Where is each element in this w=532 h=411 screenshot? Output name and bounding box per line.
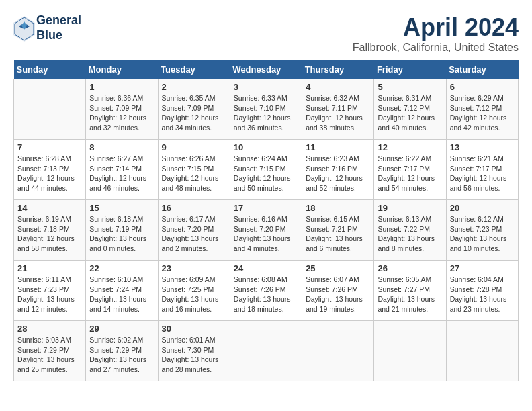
header-friday: Friday <box>374 60 446 79</box>
day-number: 22 <box>89 263 154 273</box>
day-info: Sunrise: 6:10 AMSunset: 7:24 PMDaylight:… <box>89 275 154 314</box>
header-sunday: Sunday <box>14 60 86 79</box>
day-info: Sunrise: 6:31 AMSunset: 7:12 PMDaylight:… <box>378 93 442 133</box>
day-number: 27 <box>450 263 515 273</box>
day-info: Sunrise: 6:23 AMSunset: 7:16 PMDaylight:… <box>306 154 370 193</box>
calendar-cell: 5Sunrise: 6:31 AMSunset: 7:12 PMDaylight… <box>374 79 446 140</box>
day-number: 4 <box>306 82 370 92</box>
day-number: 14 <box>17 203 82 213</box>
calendar-cell: 24Sunrise: 6:08 AMSunset: 7:26 PMDayligh… <box>230 261 302 321</box>
day-info: Sunrise: 6:33 AMSunset: 7:10 PMDaylight:… <box>234 93 298 133</box>
calendar-cell: 23Sunrise: 6:09 AMSunset: 7:25 PMDayligh… <box>158 261 230 321</box>
main-title: April 2024 <box>353 13 519 42</box>
calendar-cell: 7Sunrise: 6:28 AMSunset: 7:13 PMDaylight… <box>14 140 86 200</box>
calendar-cell: 20Sunrise: 6:12 AMSunset: 7:23 PMDayligh… <box>446 200 518 261</box>
day-info: Sunrise: 6:26 AMSunset: 7:15 PMDaylight:… <box>162 154 226 193</box>
day-number: 19 <box>378 203 442 213</box>
logo-line1: General <box>36 13 81 28</box>
calendar-cell: 15Sunrise: 6:18 AMSunset: 7:19 PMDayligh… <box>86 200 158 261</box>
day-info: Sunrise: 6:32 AMSunset: 7:11 PMDaylight:… <box>306 93 370 133</box>
day-info: Sunrise: 6:11 AMSunset: 7:23 PMDaylight:… <box>17 275 82 314</box>
calendar-cell: 13Sunrise: 6:21 AMSunset: 7:17 PMDayligh… <box>446 140 518 200</box>
day-number: 25 <box>306 263 370 273</box>
calendar-week-1: 1Sunrise: 6:36 AMSunset: 7:09 PMDaylight… <box>14 79 519 140</box>
calendar-cell <box>302 321 374 381</box>
calendar-cell <box>230 321 302 381</box>
day-number: 7 <box>17 142 82 152</box>
day-info: Sunrise: 6:12 AMSunset: 7:23 PMDaylight:… <box>450 214 515 254</box>
day-number: 15 <box>89 203 154 213</box>
calendar-cell: 10Sunrise: 6:24 AMSunset: 7:15 PMDayligh… <box>230 140 302 200</box>
calendar-cell <box>14 79 86 140</box>
calendar-cell: 9Sunrise: 6:26 AMSunset: 7:15 PMDaylight… <box>158 140 230 200</box>
calendar-cell: 14Sunrise: 6:19 AMSunset: 7:18 PMDayligh… <box>14 200 86 261</box>
day-info: Sunrise: 6:36 AMSunset: 7:09 PMDaylight:… <box>89 93 154 133</box>
day-info: Sunrise: 6:27 AMSunset: 7:14 PMDaylight:… <box>89 154 154 193</box>
calendar-body: 1Sunrise: 6:36 AMSunset: 7:09 PMDaylight… <box>14 79 519 381</box>
day-number: 5 <box>378 82 442 92</box>
day-number: 1 <box>89 82 154 92</box>
day-info: Sunrise: 6:21 AMSunset: 7:17 PMDaylight:… <box>450 154 515 193</box>
day-info: Sunrise: 6:24 AMSunset: 7:15 PMDaylight:… <box>234 154 298 193</box>
day-info: Sunrise: 6:04 AMSunset: 7:28 PMDaylight:… <box>450 275 515 314</box>
day-number: 16 <box>162 203 226 213</box>
day-info: Sunrise: 6:05 AMSunset: 7:27 PMDaylight:… <box>378 275 442 314</box>
day-info: Sunrise: 6:03 AMSunset: 7:29 PMDaylight:… <box>17 335 82 375</box>
calendar-cell <box>374 321 446 381</box>
calendar-cell: 6Sunrise: 6:29 AMSunset: 7:12 PMDaylight… <box>446 79 518 140</box>
day-number: 12 <box>378 142 442 152</box>
day-number: 23 <box>162 263 226 273</box>
calendar-week-5: 28Sunrise: 6:03 AMSunset: 7:29 PMDayligh… <box>14 321 519 381</box>
header-saturday: Saturday <box>446 60 518 79</box>
calendar-header-row: SundayMondayTuesdayWednesdayThursdayFrid… <box>14 60 519 79</box>
day-info: Sunrise: 6:09 AMSunset: 7:25 PMDaylight:… <box>162 275 226 314</box>
logo-line2: Blue <box>36 28 81 43</box>
day-number: 13 <box>450 142 515 152</box>
day-number: 30 <box>162 324 226 334</box>
day-number: 29 <box>89 324 154 334</box>
page-header: General Blue April 2024 Fallbrook, Calif… <box>13 13 519 54</box>
day-number: 10 <box>234 142 298 152</box>
calendar-cell: 4Sunrise: 6:32 AMSunset: 7:11 PMDaylight… <box>302 79 374 140</box>
day-number: 2 <box>162 82 226 92</box>
calendar-cell: 22Sunrise: 6:10 AMSunset: 7:24 PMDayligh… <box>86 261 158 321</box>
day-number: 20 <box>450 203 515 213</box>
calendar-cell: 26Sunrise: 6:05 AMSunset: 7:27 PMDayligh… <box>374 261 446 321</box>
day-info: Sunrise: 6:17 AMSunset: 7:20 PMDaylight:… <box>162 214 226 254</box>
calendar-cell: 25Sunrise: 6:07 AMSunset: 7:26 PMDayligh… <box>302 261 374 321</box>
day-info: Sunrise: 6:02 AMSunset: 7:29 PMDaylight:… <box>89 335 154 375</box>
day-number: 26 <box>378 263 442 273</box>
day-info: Sunrise: 6:35 AMSunset: 7:09 PMDaylight:… <box>162 93 226 133</box>
day-info: Sunrise: 6:22 AMSunset: 7:17 PMDaylight:… <box>378 154 442 193</box>
logo: General Blue <box>13 13 81 42</box>
calendar-cell <box>446 321 518 381</box>
calendar-cell: 19Sunrise: 6:13 AMSunset: 7:22 PMDayligh… <box>374 200 446 261</box>
day-info: Sunrise: 6:15 AMSunset: 7:21 PMDaylight:… <box>306 214 370 254</box>
day-info: Sunrise: 6:16 AMSunset: 7:20 PMDaylight:… <box>234 214 298 254</box>
day-number: 18 <box>306 203 370 213</box>
header-wednesday: Wednesday <box>230 60 302 79</box>
calendar-table: SundayMondayTuesdayWednesdayThursdayFrid… <box>13 60 519 381</box>
logo-icon <box>13 16 34 40</box>
calendar-week-3: 14Sunrise: 6:19 AMSunset: 7:18 PMDayligh… <box>14 200 519 261</box>
day-info: Sunrise: 6:13 AMSunset: 7:22 PMDaylight:… <box>378 214 442 254</box>
day-info: Sunrise: 6:28 AMSunset: 7:13 PMDaylight:… <box>17 154 82 193</box>
day-number: 3 <box>234 82 298 92</box>
day-info: Sunrise: 6:01 AMSunset: 7:30 PMDaylight:… <box>162 335 226 375</box>
calendar-cell: 16Sunrise: 6:17 AMSunset: 7:20 PMDayligh… <box>158 200 230 261</box>
calendar-cell: 27Sunrise: 6:04 AMSunset: 7:28 PMDayligh… <box>446 261 518 321</box>
day-number: 24 <box>234 263 298 273</box>
calendar-cell: 12Sunrise: 6:22 AMSunset: 7:17 PMDayligh… <box>374 140 446 200</box>
day-info: Sunrise: 6:29 AMSunset: 7:12 PMDaylight:… <box>450 93 515 133</box>
day-info: Sunrise: 6:18 AMSunset: 7:19 PMDaylight:… <box>89 214 154 254</box>
day-number: 6 <box>450 82 515 92</box>
day-number: 17 <box>234 203 298 213</box>
header-tuesday: Tuesday <box>158 60 230 79</box>
day-number: 11 <box>306 142 370 152</box>
day-number: 28 <box>17 324 82 334</box>
day-number: 21 <box>17 263 82 273</box>
logo-text: General Blue <box>36 13 81 42</box>
calendar-cell: 11Sunrise: 6:23 AMSunset: 7:16 PMDayligh… <box>302 140 374 200</box>
calendar-week-4: 21Sunrise: 6:11 AMSunset: 7:23 PMDayligh… <box>14 261 519 321</box>
day-number: 9 <box>162 142 226 152</box>
